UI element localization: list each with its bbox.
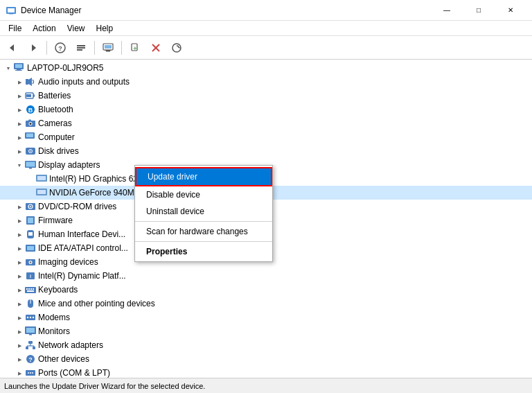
tree-label-hid: Human Interface Devi... bbox=[38, 229, 125, 239]
context-menu-update-driver[interactable]: Update driver bbox=[135, 167, 272, 186]
tree-item-root[interactable]: LAPTOP-0LJR9OR5 bbox=[0, 61, 532, 75]
toolbar-separator-1 bbox=[46, 41, 47, 55]
icon-modems bbox=[25, 312, 36, 323]
menu-bar: File Action View Help bbox=[0, 21, 532, 36]
tree-item-network[interactable]: Network adapters bbox=[0, 338, 532, 352]
expander-other[interactable] bbox=[14, 352, 25, 366]
icon-imaging bbox=[25, 256, 36, 268]
maximize-button[interactable]: □ bbox=[463, 0, 495, 21]
svg-text:?: ? bbox=[58, 45, 62, 52]
icon-display bbox=[25, 159, 36, 171]
expander-nvidia bbox=[25, 186, 36, 200]
minimize-button[interactable]: — bbox=[431, 0, 463, 21]
tree-label-mice: Mice and other pointing devices bbox=[38, 299, 155, 308]
icon-bluetooth: B bbox=[25, 104, 36, 115]
toolbar-new-button[interactable]: + bbox=[125, 38, 145, 58]
context-menu: Update driver Disable device Uninstall d… bbox=[134, 165, 273, 262]
svg-rect-55 bbox=[27, 246, 34, 250]
title-bar: Device Manager — □ ✕ bbox=[0, 0, 532, 21]
expander-monitors[interactable] bbox=[14, 324, 25, 338]
title-bar-left: Device Manager bbox=[6, 5, 81, 16]
menu-file[interactable]: File bbox=[3, 21, 27, 35]
toolbar-forward-button[interactable] bbox=[24, 38, 43, 58]
context-menu-separator-2 bbox=[135, 241, 272, 242]
tree-item-cameras[interactable]: Cameras bbox=[0, 116, 532, 130]
expander-cameras[interactable] bbox=[14, 116, 25, 130]
menu-help[interactable]: Help bbox=[91, 21, 119, 35]
tree-item-keyboards[interactable]: Keyboards bbox=[0, 283, 532, 297]
svg-rect-62 bbox=[26, 288, 28, 290]
svg-point-58 bbox=[30, 261, 31, 263]
context-menu-uninstall-device[interactable]: Uninstall device bbox=[135, 203, 272, 220]
expander-ide[interactable] bbox=[14, 241, 25, 255]
context-menu-properties[interactable]: Properties bbox=[135, 243, 272, 260]
tree-label-batteries: Batteries bbox=[38, 91, 71, 101]
menu-action[interactable]: Action bbox=[27, 21, 61, 35]
tree-item-batteries[interactable]: Batteries bbox=[0, 89, 532, 103]
expander-imaging[interactable] bbox=[14, 255, 25, 269]
svg-rect-42 bbox=[29, 168, 32, 169]
svg-rect-21 bbox=[15, 64, 22, 69]
expander-disk[interactable] bbox=[14, 144, 25, 158]
icon-mice bbox=[25, 298, 36, 309]
expander-intel-hd bbox=[25, 172, 36, 186]
svg-rect-12 bbox=[106, 51, 110, 52]
svg-rect-24 bbox=[26, 79, 28, 85]
toolbar-scan-button[interactable] bbox=[167, 38, 186, 58]
toolbar-back-button[interactable] bbox=[3, 38, 22, 58]
expander-ports[interactable] bbox=[14, 366, 25, 378]
tree-label-modems: Modems bbox=[38, 313, 70, 322]
app-icon bbox=[6, 5, 17, 16]
expander-firmware[interactable] bbox=[14, 213, 25, 227]
svg-rect-36 bbox=[26, 134, 33, 138]
tree-item-modems[interactable]: Modems bbox=[0, 311, 532, 324]
expander-bluetooth[interactable] bbox=[14, 103, 25, 116]
toolbar-separator-3 bbox=[121, 41, 122, 55]
tree-item-computer[interactable]: Computer bbox=[0, 130, 532, 144]
tree-label-other: Other devices bbox=[38, 354, 89, 364]
expander-mice[interactable] bbox=[14, 297, 25, 311]
svg-rect-66 bbox=[27, 290, 34, 292]
tree-label-audio: Audio inputs and outputs bbox=[38, 77, 130, 87]
tree-item-other[interactable]: ? Other devices bbox=[0, 352, 532, 366]
expander-intel-dynamic[interactable] bbox=[14, 269, 25, 283]
expander-hid[interactable] bbox=[14, 227, 25, 241]
tree-item-intel-dynamic[interactable]: i Intel(R) Dynamic Platf... bbox=[0, 269, 532, 283]
icon-batteries bbox=[25, 90, 36, 101]
toolbar-properties-button[interactable] bbox=[71, 38, 91, 58]
back-icon bbox=[7, 42, 18, 53]
close-button[interactable]: ✕ bbox=[495, 0, 526, 21]
svg-point-87 bbox=[28, 372, 29, 374]
window-controls: — □ ✕ bbox=[431, 0, 526, 21]
expander-dvd[interactable] bbox=[14, 200, 25, 213]
tree-label-firmware: Firmware bbox=[38, 216, 73, 225]
expander-keyboards[interactable] bbox=[14, 283, 25, 297]
expander-batteries[interactable] bbox=[14, 89, 25, 103]
icon-computer bbox=[14, 62, 25, 73]
tree-label-bluetooth: Bluetooth bbox=[38, 105, 73, 114]
icon-hid bbox=[25, 229, 36, 240]
context-menu-scan-hardware[interactable]: Scan for hardware changes bbox=[135, 223, 272, 240]
toolbar-help-button[interactable]: ? bbox=[51, 38, 70, 58]
svg-rect-9 bbox=[77, 49, 82, 51]
svg-rect-41 bbox=[26, 162, 35, 167]
toolbar-delete-button[interactable] bbox=[146, 38, 166, 58]
menu-view[interactable]: View bbox=[62, 21, 91, 35]
tree-item-mice[interactable]: Mice and other pointing devices bbox=[0, 297, 532, 311]
expander-network[interactable] bbox=[14, 338, 25, 352]
context-menu-separator bbox=[135, 221, 272, 222]
expander-display[interactable] bbox=[14, 158, 25, 172]
tree-item-ports[interactable]: Ports (COM & LPT) bbox=[0, 366, 532, 378]
expander-computer[interactable] bbox=[14, 130, 25, 144]
tree-item-bluetooth[interactable]: B Bluetooth bbox=[0, 103, 532, 116]
tree-item-disk[interactable]: Disk drives bbox=[0, 144, 532, 158]
tree-label-root: LAPTOP-0LJR9OR5 bbox=[27, 63, 104, 73]
expander-root[interactable] bbox=[3, 61, 14, 75]
toolbar-computer-button[interactable] bbox=[98, 38, 118, 58]
expander-modems[interactable] bbox=[14, 311, 25, 324]
tree-item-audio[interactable]: Audio inputs and outputs bbox=[0, 75, 532, 89]
expander-audio[interactable] bbox=[14, 75, 25, 89]
tree-label-computer: Computer bbox=[38, 132, 75, 142]
context-menu-disable-device[interactable]: Disable device bbox=[135, 186, 272, 203]
tree-item-monitors[interactable]: Monitors bbox=[0, 324, 532, 338]
